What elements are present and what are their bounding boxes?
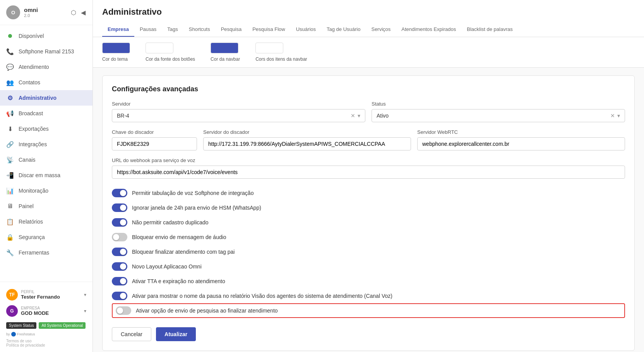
tab-tag-usuario[interactable]: Tag de Usuário: [321, 22, 366, 37]
sidebar-nav: Disponível 📞 Softphone Ramal 2153 💬 Aten…: [0, 25, 92, 282]
export-icon: ⬇: [6, 125, 14, 133]
color-swatch-fonte[interactable]: [146, 43, 173, 53]
phone-icon: 📞: [6, 48, 14, 55]
servidor-group: Servidor BR-4 ✕ ▾: [112, 101, 365, 122]
sidebar-item-painel[interactable]: 🖥 Painel: [0, 198, 92, 214]
tab-usuarios[interactable]: Usuários: [291, 22, 321, 37]
servidor-label: Servidor: [112, 101, 365, 107]
tab-pausas[interactable]: Pausas: [134, 22, 162, 37]
servidor-value: BR-4: [117, 113, 351, 119]
tab-atendimentos-expirados[interactable]: Atendimentos Expirados: [396, 22, 461, 37]
color-swatch-tema[interactable]: [102, 43, 130, 53]
clear-icon[interactable]: ✕: [351, 113, 355, 119]
tab-blacklist[interactable]: Blacklist de palavras: [461, 22, 518, 37]
sidebar-item-atendimento[interactable]: 💬 Atendimento: [0, 59, 92, 75]
company-section[interactable]: G EMPRESA GOD MODE ▾: [6, 303, 86, 319]
section-title: Configurações avançadas: [112, 85, 625, 93]
main-scrollable: Cor do tema Cor da fonte dos botões Cor …: [93, 37, 644, 352]
toggle-row-4: Bloquear envio de mensagem de áudio: [112, 230, 625, 244]
company-chevron-icon: ▾: [84, 308, 86, 314]
sidebar-item-disponivel[interactable]: Disponível: [0, 28, 92, 44]
toggle-9[interactable]: [116, 306, 131, 315]
terms-link[interactable]: Termos de uso: [6, 339, 32, 343]
toggle-3[interactable]: [112, 218, 127, 227]
sidebar-item-contatos[interactable]: 👥 Contatos: [0, 75, 92, 90]
toggle-4[interactable]: [112, 233, 127, 241]
webhook-input[interactable]: [112, 166, 625, 179]
integrations-icon: 🔗: [6, 140, 14, 148]
status-label: Status: [372, 101, 625, 107]
reports-icon: 📋: [6, 218, 14, 226]
update-button[interactable]: Atualizar: [156, 327, 196, 341]
tabs-bar: Empresa Pausas Tags Shortcuts Pesquisa P…: [102, 22, 635, 37]
status-online-icon: [6, 32, 14, 40]
toggle-row-3: Não permitir cadastro duplicado: [112, 215, 625, 230]
toggle-row-5: Bloquear finalizar atendimento com tag p…: [112, 244, 625, 259]
status-value: Ativo: [377, 113, 610, 119]
sidebar-item-monitoracao[interactable]: 📊 Monitoração: [0, 183, 92, 198]
panel-icon: 🖥: [6, 202, 14, 210]
sidebar-item-seguranca[interactable]: 🔒 Segurança: [0, 229, 92, 245]
toggle-row-6: Novo Layout Aplicacao Omni: [112, 259, 625, 274]
toggle-7[interactable]: [112, 277, 127, 285]
sidebar-item-exportacoes[interactable]: ⬇ Exportações: [0, 121, 92, 137]
status-select[interactable]: Ativo ✕ ▾: [372, 109, 625, 122]
main-header: Administrativo Empresa Pausas Tags Short…: [93, 0, 644, 37]
toggle-label-2: Ignorar janela de 24h para envio de HSM …: [132, 205, 261, 211]
profile-name: Tester Fernando: [21, 294, 60, 300]
sidebar-item-administrativo[interactable]: ⚙ Administrativo: [0, 90, 92, 106]
tab-empresa[interactable]: Empresa: [102, 22, 134, 37]
sidebar-item-relatorios[interactable]: 📋 Relatórios: [0, 214, 92, 229]
system-status-bar: System Status All Systems Operational: [6, 322, 86, 329]
monitor-icon: 📊: [6, 187, 14, 195]
tab-shortcuts[interactable]: Shortcuts: [183, 22, 216, 37]
status-clear-icon[interactable]: ✕: [610, 113, 615, 119]
cancel-button[interactable]: Cancelar: [112, 327, 151, 341]
status-chevron-icon: ▾: [617, 113, 620, 119]
color-item-navbar: Cor da navbar: [211, 43, 240, 62]
toggle-1[interactable]: [112, 189, 127, 197]
collapse-icon[interactable]: ◀: [80, 8, 86, 17]
company-avatar: G: [6, 305, 18, 317]
sidebar-item-integracoes[interactable]: 🔗 Integrações: [0, 137, 92, 152]
sidebar-bottom: TF PERFIL Tester Fernando ▾ G EMPRESA GO…: [0, 282, 92, 352]
toggle-8[interactable]: [112, 292, 127, 300]
sidebar-item-broadcast[interactable]: 📢 Broadcast: [0, 106, 92, 121]
share-icon[interactable]: ⬡: [70, 8, 77, 17]
profile-section[interactable]: TF PERFIL Tester Fernando ▾: [6, 287, 86, 303]
sidebar-header: O omni 2.0 ⬡ ◀: [0, 0, 92, 25]
color-swatch-navbar-itens[interactable]: [255, 43, 283, 53]
webhook-row: URL do webhook para serviço de voz: [112, 157, 625, 179]
tab-servicos[interactable]: Serviços: [366, 22, 396, 37]
color-swatch-navbar[interactable]: [211, 43, 238, 53]
servidor-webrtc-group: Servidor WebRTC: [417, 129, 625, 150]
privacy-link[interactable]: Política de privacidade: [6, 343, 45, 347]
chat-icon: 💬: [6, 63, 14, 71]
servidor-select[interactable]: BR-4 ✕ ▾: [112, 109, 365, 122]
servidor-discador-input[interactable]: [203, 137, 411, 150]
toggle-5[interactable]: [112, 248, 127, 256]
toggle-2[interactable]: [112, 203, 127, 212]
servidor-webrtc-label: Servidor WebRTC: [417, 129, 625, 135]
tab-pesquisa[interactable]: Pesquisa: [216, 22, 247, 37]
sidebar-item-canais[interactable]: 📡 Canais: [0, 152, 92, 167]
sidebar: O omni 2.0 ⬡ ◀ Disponível 📞 Softphone Ra…: [0, 0, 93, 352]
chave-discador-input[interactable]: [112, 137, 197, 150]
tab-tags[interactable]: Tags: [162, 22, 183, 37]
tab-pesquisa-flow[interactable]: Pesquisa Flow: [247, 22, 291, 37]
toggle-row-8: Ativar para mostrar o nome da pausa no r…: [112, 289, 625, 303]
server-status-row: Servidor BR-4 ✕ ▾ Status Ativo ✕: [112, 101, 625, 122]
avatar: O: [6, 5, 20, 19]
company-name: GOD MODE: [21, 310, 49, 316]
servidor-webrtc-input[interactable]: [417, 137, 625, 150]
sidebar-item-softphone[interactable]: 📞 Softphone Ramal 2153: [0, 44, 92, 59]
color-label-navbar-itens: Cors dos itens da navbar: [255, 56, 307, 62]
sidebar-brand: O omni 2.0: [6, 5, 38, 19]
page-title: Administrativo: [102, 7, 635, 17]
toggle-row-7: Ativar TTA e expiração no atendimento: [112, 274, 625, 289]
toggle-6[interactable]: [112, 262, 127, 271]
mass-dial-icon: 📲: [6, 171, 14, 179]
sidebar-item-discar-em-massa[interactable]: 📲 Discar em massa: [0, 167, 92, 183]
footer-links: Termos de uso Política de privacidade: [6, 339, 86, 347]
sidebar-item-ferramentas[interactable]: 🔧 Ferramentas: [0, 245, 92, 260]
